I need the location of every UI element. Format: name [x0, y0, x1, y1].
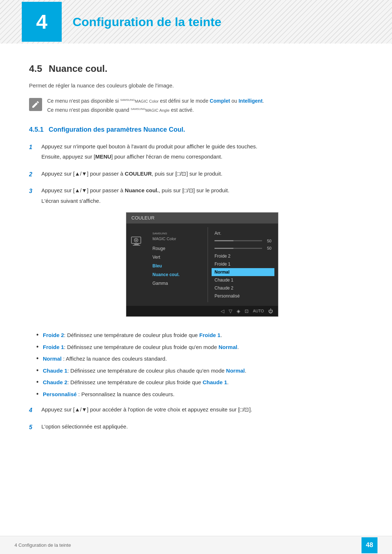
step-1-text: Appuyez sur n'importe quel bouton à l'av…: [41, 143, 363, 151]
step-4: 4 Appuyez sur [▲/▼] pour accéder à l'opt…: [29, 406, 363, 416]
footer-text: 4 Configuration de la teinte: [15, 542, 71, 549]
mode-complet: Complet: [210, 98, 230, 104]
menu-left-vert: Vert: [150, 253, 204, 262]
slider-row-2: 50: [212, 245, 274, 252]
bullet-normal: Normal : Affichez la nuance des couleurs…: [36, 355, 363, 363]
menu-right-perso: Personnalisé: [212, 292, 274, 300]
menu-right-normal: Normal: [212, 268, 274, 276]
step-1-number: 1: [29, 143, 36, 152]
menu-right-chaude2: Chaude 2: [212, 284, 274, 292]
menu-bottom-bar: ◁ ▽ ◈ ⊡ AUTO ⏻: [126, 306, 278, 317]
slider-val-2: 50: [264, 245, 271, 251]
section-number: 4.5: [29, 62, 42, 76]
step-2-number: 2: [29, 170, 36, 179]
section-title: Nuance coul.: [49, 62, 107, 76]
bullet-chaude2-label: Chaude 2: [43, 379, 68, 385]
step-4-number: 4: [29, 406, 36, 415]
bullet-chaude1-ref: Normal: [226, 368, 245, 374]
step-1-content: Appuyez sur n'importe quel bouton à l'av…: [41, 143, 363, 163]
menu-left-gamma: Gamma: [150, 279, 204, 288]
note-icon: [29, 98, 42, 111]
menu-right-froide1: Froide 1: [212, 260, 274, 268]
step-3-sub: L'écran suivant s'affiche.: [41, 197, 363, 205]
svg-rect-1: [134, 244, 139, 245]
menu-left-bleu: Bleu: [150, 262, 204, 270]
bullet-froide1-label: Froide 1: [43, 344, 64, 350]
step-2-content: Appuyez sur [▲/▼] pour passer à COULEUR,…: [41, 170, 363, 180]
page-number: 48: [362, 537, 377, 553]
menu-right: Arr. 50 50: [208, 227, 278, 302]
menu-icon-4: ⊡: [245, 308, 249, 315]
bullet-froide1: Froide 1: Définissez une température de …: [36, 343, 363, 352]
bullet-froide1-ref: Normal: [219, 344, 237, 350]
step-3-content: Appuyez sur [▲/▼] pour passer à Nuance c…: [41, 186, 363, 324]
menu-title-bar: COULEUR: [126, 213, 278, 223]
monitor-svg: [131, 237, 142, 247]
samsung-magic-color-label: SAMSUNGMAGIC Color: [120, 99, 159, 103]
bullet-perso-label: Personnalisé: [43, 391, 77, 397]
step-1-sub: Ensuite, appuyez sur [MENU] pour affiche…: [41, 153, 363, 161]
menu-right-froide2: Froide 2: [212, 252, 274, 260]
bullet-chaude2: Chaude 2: Définissez une température de …: [36, 378, 363, 387]
step-3-text: Appuyez sur [▲/▼] pour passer à Nuance c…: [41, 186, 363, 195]
menu-right-arr: Arr.: [212, 229, 274, 237]
bullet-chaude1: Chaude 1: Définissez une température de …: [36, 367, 363, 375]
section-intro: Permet de régler la nuance des couleurs …: [29, 82, 363, 90]
chapter-header-bg: 4 Configuration de la teinte: [0, 0, 392, 44]
chapter-number: 4: [22, 2, 62, 42]
main-content: 4.5 Nuance coul. Permet de régler la nua…: [0, 62, 392, 468]
step-4-content: Appuyez sur [▲/▼] pour accéder à l'optio…: [41, 406, 363, 416]
step-1: 1 Appuyez sur n'importe quel bouton à l'…: [29, 143, 363, 163]
bullet-perso: Personnalisé : Personnalisez la nuance d…: [36, 390, 363, 399]
menu-left-nuance: Nuance coul.: [150, 270, 204, 279]
menu-icon-auto: AUTO: [253, 308, 264, 314]
menu-icon-1: ◁: [221, 308, 224, 315]
menu-screenshot: COULEUR: [126, 212, 278, 317]
note-line-1: Ce menu n'est pas disponible si SAMSUNGM…: [47, 97, 264, 105]
slider-track-2: [215, 248, 262, 249]
subsection-number: 4.5.1: [29, 125, 44, 135]
menu-left-samsung-magic: SAMSUNGMAGIC Color: [150, 229, 204, 243]
subsection-451: 4.5.1 Configuration des paramètres Nuanc…: [29, 125, 363, 433]
slider-row-1: 50: [212, 237, 274, 245]
bullet-froide2-label: Froide 2: [43, 332, 64, 338]
pencil-icon: [31, 100, 40, 109]
mode-intelligent: Intelligent: [238, 98, 262, 104]
bullet-normal-label: Normal: [43, 356, 62, 362]
menu-right-chaude1: Chaude 1: [212, 276, 274, 284]
step-2-text: Appuyez sur [▲/▼] pour passer à COULEUR,…: [41, 170, 363, 178]
subsection-title: Configuration des paramètres Nuance Coul…: [49, 125, 185, 135]
menu-icon-2: ▽: [229, 308, 232, 315]
step-5: 5 L'option sélectionnée est appliquée.: [29, 423, 363, 433]
menu-left: SAMSUNGMAGIC Color Rouge Vert Bleu Nuanc…: [146, 227, 208, 302]
note-box: Ce menu n'est pas disponible si SAMSUNGM…: [29, 97, 363, 114]
step-2: 2 Appuyez sur [▲/▼] pour passer à COULEU…: [29, 170, 363, 180]
bullet-chaude1-label: Chaude 1: [43, 368, 68, 374]
slider-track-1: [215, 240, 262, 241]
svg-rect-2: [133, 245, 140, 246]
svg-point-4: [135, 239, 137, 241]
monitor-icon: [130, 235, 143, 248]
note-lines: Ce menu n'est pas disponible si SAMSUNGM…: [47, 97, 264, 114]
bullet-froide2-ref: Froide 1: [199, 332, 220, 338]
chapter-title: Configuration de la teinte: [73, 13, 221, 31]
step-3-number: 3: [29, 187, 36, 196]
menu-icon-power: ⏻: [268, 308, 273, 315]
bullet-chaude2-ref: Chaude 1: [203, 379, 227, 385]
step-3: 3 Appuyez sur [▲/▼] pour passer à Nuance…: [29, 186, 363, 324]
step-5-number: 5: [29, 423, 36, 432]
samsung-magic-angle-label: SAMSUNGMAGIC Angle: [131, 108, 170, 112]
step-5-text: L'option sélectionnée est appliquée.: [41, 423, 363, 431]
bullet-list: Froide 2: Définissez une température de …: [36, 331, 363, 398]
page-footer: 4 Configuration de la teinte 48: [0, 536, 392, 554]
section-45: 4.5 Nuance coul. Permet de régler la nua…: [29, 62, 363, 114]
note-line-2: Ce menu n'est pas disponible quand SAMSU…: [47, 106, 264, 114]
bullet-froide2: Froide 2: Définissez une température de …: [36, 331, 363, 340]
menu-left-rouge: Rouge: [150, 244, 204, 253]
menu-icon-3: ◈: [237, 308, 240, 315]
step-5-content: L'option sélectionnée est appliquée.: [41, 423, 363, 433]
menu-body: SAMSUNGMAGIC Color Rouge Vert Bleu Nuanc…: [126, 223, 278, 306]
step-4-text: Appuyez sur [▲/▼] pour accéder à l'optio…: [41, 406, 363, 414]
slider-val-1: 50: [264, 238, 271, 244]
